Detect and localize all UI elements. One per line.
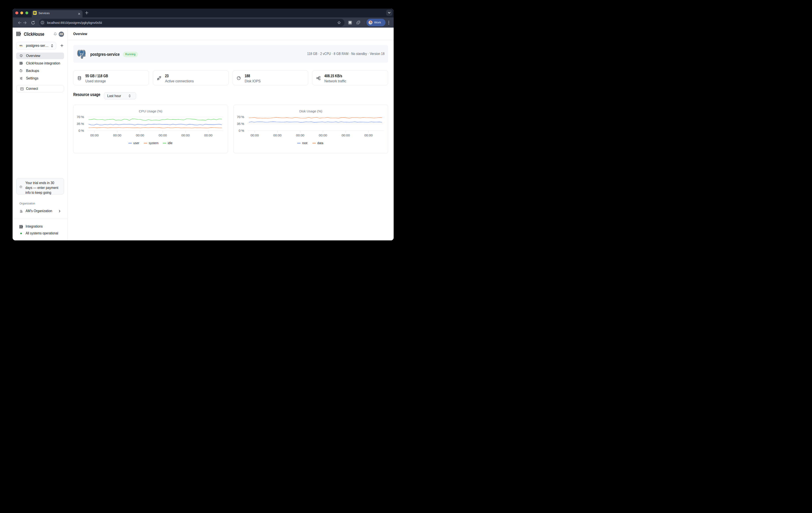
svg-text:00:00: 00:00 [90,133,98,137]
svg-text:aws: aws [20,45,23,46]
svg-text:data: data [317,141,323,145]
svg-text:35 %: 35 % [77,122,84,125]
svg-text:00:00: 00:00 [319,133,327,137]
svg-text:00:00: 00:00 [158,133,167,137]
svg-text:35 %: 35 % [237,122,244,125]
svg-text:00:00: 00:00 [342,133,350,137]
svg-text:0 %: 0 % [78,129,84,133]
svg-text:00:00: 00:00 [364,133,373,137]
svg-text:CPU Usage (%): CPU Usage (%) [139,109,163,113]
svg-text:Disk Usage (%): Disk Usage (%) [299,109,322,113]
svg-text:user: user [133,141,140,145]
svg-text:0 %: 0 % [238,129,244,133]
svg-text:70 %: 70 % [77,115,84,119]
svg-text:system: system [149,141,158,145]
svg-text:00:00: 00:00 [296,133,304,137]
svg-text:root: root [302,141,308,145]
svg-text:idle: idle [168,141,173,145]
svg-text:00:00: 00:00 [136,133,144,137]
svg-text:00:00: 00:00 [113,133,121,137]
svg-text:00:00: 00:00 [251,133,259,137]
svg-text:00:00: 00:00 [204,133,212,137]
svg-text:00:00: 00:00 [181,133,190,137]
svg-text:70 %: 70 % [237,115,244,119]
svg-text:00:00: 00:00 [273,133,282,137]
